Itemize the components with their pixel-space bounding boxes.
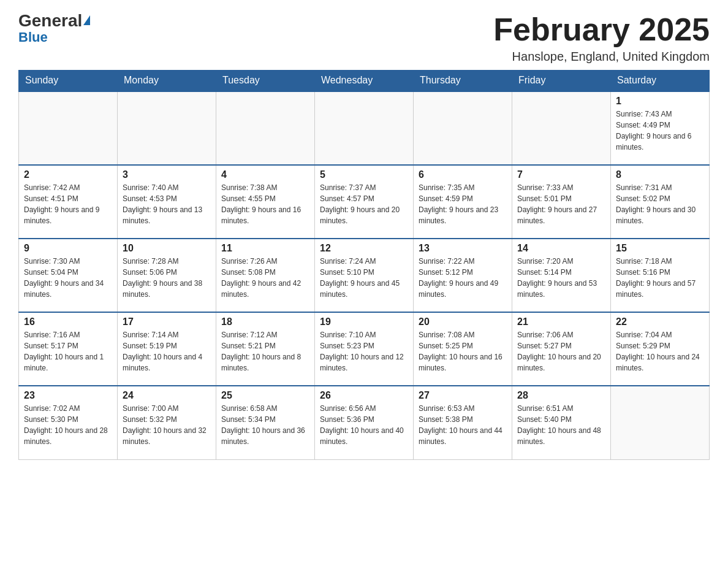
table-row: 23Sunrise: 7:02 AMSunset: 5:30 PMDayligh… [19,386,118,459]
calendar-table: Sunday Monday Tuesday Wednesday Thursday… [18,70,710,460]
day-info: Sunrise: 7:28 AMSunset: 5:06 PMDaylight:… [123,256,211,300]
table-row: 11Sunrise: 7:26 AMSunset: 5:08 PMDayligh… [216,239,315,312]
day-number: 1 [616,96,704,107]
day-number: 6 [419,169,507,180]
day-number: 26 [320,390,408,401]
day-number: 14 [517,243,605,254]
day-number: 13 [419,243,507,254]
table-row: 1Sunrise: 7:43 AMSunset: 4:49 PMDaylight… [611,91,710,165]
table-row: 27Sunrise: 6:53 AMSunset: 5:38 PMDayligh… [414,386,512,459]
table-row [19,91,118,165]
calendar-week-row: 1Sunrise: 7:43 AMSunset: 4:49 PMDaylight… [19,91,710,165]
day-number: 15 [616,243,704,254]
day-info: Sunrise: 6:58 AMSunset: 5:34 PMDaylight:… [221,403,309,447]
table-row: 4Sunrise: 7:38 AMSunset: 4:55 PMDaylight… [216,165,315,239]
day-number: 3 [123,169,211,180]
table-row: 3Sunrise: 7:40 AMSunset: 4:53 PMDaylight… [118,165,216,239]
table-row: 7Sunrise: 7:33 AMSunset: 5:01 PMDaylight… [512,165,611,239]
table-row: 16Sunrise: 7:16 AMSunset: 5:17 PMDayligh… [19,312,118,386]
calendar-week-row: 23Sunrise: 7:02 AMSunset: 5:30 PMDayligh… [19,386,710,459]
table-row [512,91,611,165]
day-info: Sunrise: 7:12 AMSunset: 5:21 PMDaylight:… [221,329,309,373]
table-row: 2Sunrise: 7:42 AMSunset: 4:51 PMDaylight… [19,165,118,239]
day-info: Sunrise: 7:30 AMSunset: 5:04 PMDaylight:… [24,256,112,300]
col-sunday: Sunday [19,70,118,91]
day-info: Sunrise: 7:33 AMSunset: 5:01 PMDaylight:… [517,182,605,226]
day-number: 10 [123,243,211,254]
logo-general: General [18,12,82,29]
table-row [611,386,710,459]
table-row: 28Sunrise: 6:51 AMSunset: 5:40 PMDayligh… [512,386,611,459]
page-header: General Blue February 2025 Hanslope, Eng… [18,12,710,64]
day-number: 28 [517,390,605,401]
table-row: 8Sunrise: 7:31 AMSunset: 5:02 PMDaylight… [611,165,710,239]
table-row: 17Sunrise: 7:14 AMSunset: 5:19 PMDayligh… [118,312,216,386]
day-info: Sunrise: 7:16 AMSunset: 5:17 PMDaylight:… [24,329,112,373]
table-row: 18Sunrise: 7:12 AMSunset: 5:21 PMDayligh… [216,312,315,386]
day-info: Sunrise: 7:10 AMSunset: 5:23 PMDaylight:… [320,329,408,373]
day-number: 17 [123,316,211,327]
day-info: Sunrise: 6:51 AMSunset: 5:40 PMDaylight:… [517,403,605,447]
table-row: 6Sunrise: 7:35 AMSunset: 4:59 PMDaylight… [414,165,512,239]
table-row [118,91,216,165]
day-info: Sunrise: 6:53 AMSunset: 5:38 PMDaylight:… [419,403,507,447]
day-info: Sunrise: 6:56 AMSunset: 5:36 PMDaylight:… [320,403,408,447]
day-info: Sunrise: 7:24 AMSunset: 5:10 PMDaylight:… [320,256,408,300]
day-info: Sunrise: 7:14 AMSunset: 5:19 PMDaylight:… [123,329,211,373]
table-row: 13Sunrise: 7:22 AMSunset: 5:12 PMDayligh… [414,239,512,312]
day-number: 9 [24,243,112,254]
day-info: Sunrise: 7:31 AMSunset: 5:02 PMDaylight:… [616,182,704,226]
day-number: 16 [24,316,112,327]
day-number: 7 [517,169,605,180]
day-number: 11 [221,243,309,254]
table-row: 10Sunrise: 7:28 AMSunset: 5:06 PMDayligh… [118,239,216,312]
table-row: 14Sunrise: 7:20 AMSunset: 5:14 PMDayligh… [512,239,611,312]
day-number: 5 [320,169,408,180]
day-number: 24 [123,390,211,401]
logo-triangle-icon [83,15,90,25]
day-number: 8 [616,169,704,180]
day-number: 4 [221,169,309,180]
day-number: 27 [419,390,507,401]
day-number: 22 [616,316,704,327]
day-number: 21 [517,316,605,327]
table-row [315,91,414,165]
col-friday: Friday [512,70,611,91]
logo-blue: Blue [18,29,48,45]
logo: General Blue [18,12,90,45]
day-info: Sunrise: 7:43 AMSunset: 4:49 PMDaylight:… [616,109,704,153]
table-row: 15Sunrise: 7:18 AMSunset: 5:16 PMDayligh… [611,239,710,312]
calendar-header-row: Sunday Monday Tuesday Wednesday Thursday… [19,70,710,91]
day-number: 18 [221,316,309,327]
col-tuesday: Tuesday [216,70,315,91]
table-row: 22Sunrise: 7:04 AMSunset: 5:29 PMDayligh… [611,312,710,386]
day-info: Sunrise: 7:20 AMSunset: 5:14 PMDaylight:… [517,256,605,300]
day-info: Sunrise: 7:42 AMSunset: 4:51 PMDaylight:… [24,182,112,226]
day-number: 23 [24,390,112,401]
day-info: Sunrise: 7:37 AMSunset: 4:57 PMDaylight:… [320,182,408,226]
day-info: Sunrise: 7:40 AMSunset: 4:53 PMDaylight:… [123,182,211,226]
col-wednesday: Wednesday [315,70,414,91]
day-number: 19 [320,316,408,327]
day-info: Sunrise: 7:02 AMSunset: 5:30 PMDaylight:… [24,403,112,447]
table-row: 19Sunrise: 7:10 AMSunset: 5:23 PMDayligh… [315,312,414,386]
col-saturday: Saturday [611,70,710,91]
day-info: Sunrise: 7:38 AMSunset: 4:55 PMDaylight:… [221,182,309,226]
day-info: Sunrise: 7:04 AMSunset: 5:29 PMDaylight:… [616,329,704,373]
calendar-week-row: 2Sunrise: 7:42 AMSunset: 4:51 PMDaylight… [19,165,710,239]
table-row [414,91,512,165]
title-section: February 2025 Hanslope, England, United … [493,12,710,64]
month-title: February 2025 [493,12,710,47]
day-info: Sunrise: 7:18 AMSunset: 5:16 PMDaylight:… [616,256,704,300]
table-row [216,91,315,165]
calendar-week-row: 9Sunrise: 7:30 AMSunset: 5:04 PMDaylight… [19,239,710,312]
table-row: 20Sunrise: 7:08 AMSunset: 5:25 PMDayligh… [414,312,512,386]
col-thursday: Thursday [414,70,512,91]
day-number: 2 [24,169,112,180]
day-info: Sunrise: 7:26 AMSunset: 5:08 PMDaylight:… [221,256,309,300]
table-row: 21Sunrise: 7:06 AMSunset: 5:27 PMDayligh… [512,312,611,386]
day-number: 12 [320,243,408,254]
col-monday: Monday [118,70,216,91]
day-info: Sunrise: 7:00 AMSunset: 5:32 PMDaylight:… [123,403,211,447]
table-row: 9Sunrise: 7:30 AMSunset: 5:04 PMDaylight… [19,239,118,312]
